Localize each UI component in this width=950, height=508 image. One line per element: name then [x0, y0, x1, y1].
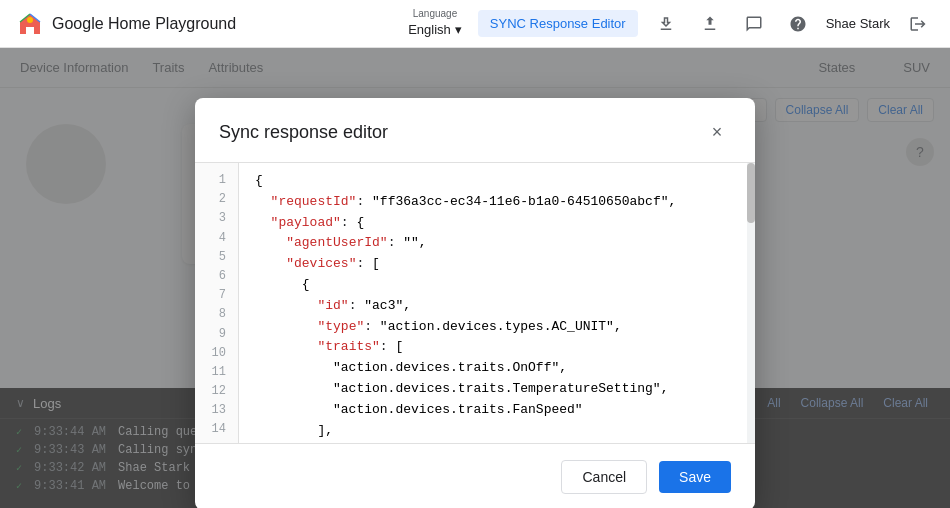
line-number: 4 [207, 229, 226, 248]
download-icon-btn[interactable] [694, 8, 726, 40]
code-content[interactable]: { "requestId": "ff36a3cc-ec34-11e6-b1a0-… [239, 163, 747, 443]
language-dropdown[interactable]: English ▾ [404, 20, 466, 39]
code-line: { [255, 275, 747, 296]
language-selector[interactable]: Language English ▾ [404, 8, 466, 39]
line-numbers: 12345678910111213141516 [195, 163, 239, 443]
line-number: 8 [207, 305, 226, 324]
logout-icon-btn[interactable] [902, 8, 934, 40]
scrollbar-thumb[interactable] [747, 163, 755, 223]
user-name: Shae Stark [826, 16, 890, 31]
line-number: 1 [207, 171, 226, 190]
sync-response-dialog: Sync response editor × 12345678910111213… [195, 98, 755, 508]
logo: Google Home Playground [16, 10, 236, 38]
line-number: 13 [207, 401, 226, 420]
upload-icon-btn[interactable] [650, 8, 682, 40]
code-line: "requestId": "ff36a3cc-ec34-11e6-b1a0-64… [255, 192, 747, 213]
save-button[interactable]: Save [659, 461, 731, 493]
dialog-footer: Cancel Save [195, 443, 755, 508]
topbar: Google Home Playground Language English … [0, 0, 950, 48]
notifications-icon-btn[interactable] [738, 8, 770, 40]
code-line: "agentUserId": "", [255, 233, 747, 254]
code-line: { [255, 171, 747, 192]
code-line: "type": "action.devices.types.AC_UNIT", [255, 317, 747, 338]
code-editor[interactable]: 12345678910111213141516 { "requestId": "… [195, 163, 755, 443]
scrollbar-track[interactable] [747, 163, 755, 443]
language-label: Language [413, 8, 458, 19]
line-number: 15 [207, 440, 226, 443]
main-content: Device Information Traits Attributes Sta… [0, 48, 950, 508]
sync-response-editor-button[interactable]: SYNC Response Editor [478, 10, 638, 37]
code-line: "action.devices.traits.TemperatureSettin… [255, 379, 747, 400]
code-line: "devices": [ [255, 254, 747, 275]
code-line: "action.devices.traits.FanSpeed" [255, 400, 747, 421]
line-number: 5 [207, 248, 226, 267]
line-number: 2 [207, 190, 226, 209]
dialog-title: Sync response editor [219, 122, 388, 143]
logo-icon [16, 10, 44, 38]
code-line: "id": "ac3", [255, 296, 747, 317]
line-number: 11 [207, 363, 226, 382]
upload-icon [657, 15, 675, 33]
line-number: 7 [207, 286, 226, 305]
language-value: English [408, 22, 451, 37]
code-line: "traits": [ [255, 337, 747, 358]
code-line: "action.devices.traits.OnOff", [255, 358, 747, 379]
logout-icon [909, 15, 927, 33]
line-number: 6 [207, 267, 226, 286]
code-line: "payload": { [255, 213, 747, 234]
cancel-button[interactable]: Cancel [561, 460, 647, 494]
svg-point-0 [27, 17, 33, 23]
line-number: 12 [207, 382, 226, 401]
code-line: "name": { [255, 441, 747, 443]
code-line: ], [255, 421, 747, 442]
download-icon [701, 15, 719, 33]
app-title: Google Home Playground [52, 15, 236, 33]
dialog-close-button[interactable]: × [703, 118, 731, 146]
help-icon [789, 15, 807, 33]
modal-overlay: Sync response editor × 12345678910111213… [0, 48, 950, 508]
line-number: 10 [207, 344, 226, 363]
help-icon-btn[interactable] [782, 8, 814, 40]
notifications-icon [745, 15, 763, 33]
chevron-down-icon: ▾ [455, 22, 462, 37]
line-number: 3 [207, 209, 226, 228]
line-number: 9 [207, 325, 226, 344]
line-number: 14 [207, 420, 226, 439]
dialog-header: Sync response editor × [195, 98, 755, 163]
